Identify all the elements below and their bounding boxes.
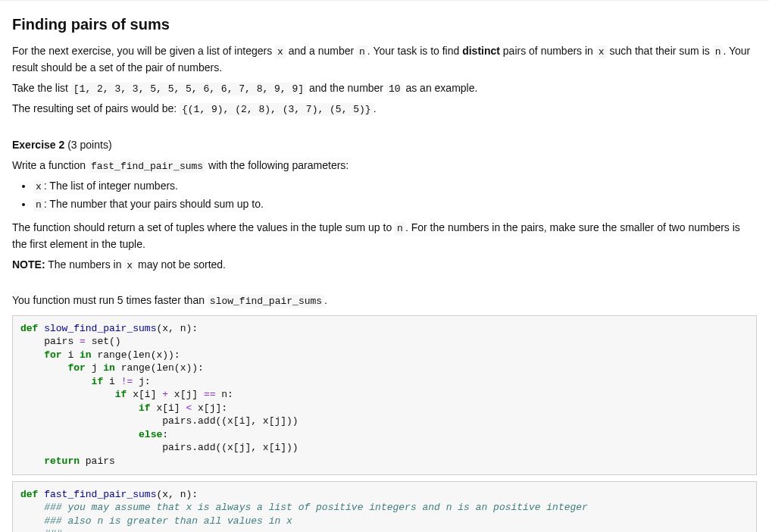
section-title: Finding pairs of sums — [12, 13, 757, 36]
example-line-2: The resulting set of pairs would be: {(1… — [12, 101, 757, 117]
code-cell-fast[interactable]: def fast_find_pair_sums(x, n): ### you m… — [12, 481, 757, 532]
intro-paragraph-1: For the next exercise, you will be given… — [12, 43, 757, 76]
exercise-instruction: Write a function fast_find_pair_sums wit… — [12, 158, 757, 174]
code-cell-slow[interactable]: def slow_find_pair_sums(x, n): pairs = s… — [12, 315, 757, 475]
code-fn-name: fast_find_pair_sums — [89, 160, 205, 173]
example-line-1: Take the list [1, 2, 3, 3, 5, 5, 5, 6, 6… — [12, 80, 757, 97]
example-number: 10 — [386, 83, 403, 95]
note-line: NOTE: The numbers in x may not be sorted… — [12, 257, 757, 274]
exercise-header: Exercise 2 (3 points) — [12, 137, 757, 153]
bold-distinct: distinct — [462, 45, 500, 57]
list-item: n: The number that your pairs should sum… — [33, 196, 757, 213]
param-n: n — [33, 199, 44, 211]
example-list: [1, 2, 3, 3, 5, 5, 5, 6, 6, 7, 8, 9, 9] — [71, 83, 306, 95]
speed-requirement: You function must run 5 times faster tha… — [12, 293, 757, 309]
code-x: x — [275, 45, 286, 58]
code-n: n — [357, 45, 367, 58]
code-x: x — [596, 45, 607, 58]
parameter-list: x: The list of integer numbers. n: The n… — [12, 178, 757, 212]
return-instruction: The function should return a set of tupl… — [12, 220, 757, 252]
example-result: {(1, 9), (2, 8), (3, 7), (5, 5)} — [180, 103, 374, 116]
list-item: x: The list of integer numbers. — [33, 178, 757, 195]
code-n: n — [395, 222, 405, 235]
code-slow-fn: slow_find_pair_sums — [208, 295, 324, 308]
code-n: n — [713, 45, 724, 58]
code-x: x — [124, 259, 135, 272]
param-x: x — [33, 180, 44, 193]
